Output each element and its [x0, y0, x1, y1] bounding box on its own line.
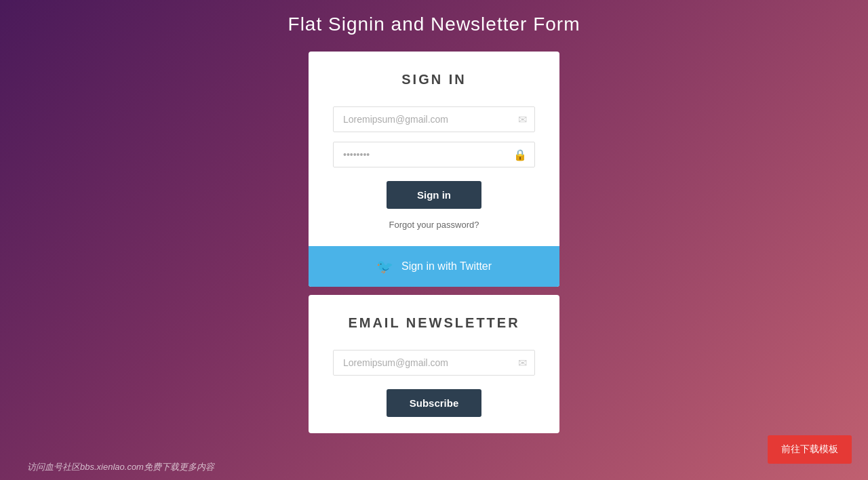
signin-title: SIGN IN [333, 72, 535, 87]
twitter-icon: 🐦 [376, 258, 393, 275]
newsletter-card-inner: EMAIL NEWSLETTER ✉ Subscribe [309, 295, 559, 433]
page-title: Flat Signin and Newsletter Form [288, 14, 580, 35]
email-input[interactable] [333, 106, 535, 132]
password-input[interactable] [333, 142, 535, 167]
subscribe-button[interactable]: Subscribe [387, 389, 481, 417]
signin-card: SIGN IN ✉ 🔒 Sign in Forgot your password… [309, 52, 559, 287]
newsletter-email-input[interactable] [333, 350, 535, 376]
forgot-password-link[interactable]: Forgot your password? [333, 220, 535, 230]
signin-button[interactable]: Sign in [387, 181, 481, 209]
download-button[interactable]: 前往下载模板 [768, 435, 852, 464]
email-wrapper: ✉ [333, 106, 535, 132]
newsletter-title: EMAIL NEWSLETTER [333, 315, 535, 331]
twitter-button-label: Sign in with Twitter [401, 260, 492, 273]
password-wrapper: 🔒 [333, 142, 535, 167]
signin-card-inner: SIGN IN ✉ 🔒 Sign in Forgot your password… [309, 52, 559, 246]
newsletter-email-wrapper: ✉ [333, 350, 535, 376]
newsletter-card: EMAIL NEWSLETTER ✉ Subscribe [309, 295, 559, 433]
watermark-text: 访问血号社区bbs.xienlao.com免费下载更多内容 [27, 461, 214, 473]
twitter-signin-button[interactable]: 🐦 Sign in with Twitter [309, 246, 559, 287]
